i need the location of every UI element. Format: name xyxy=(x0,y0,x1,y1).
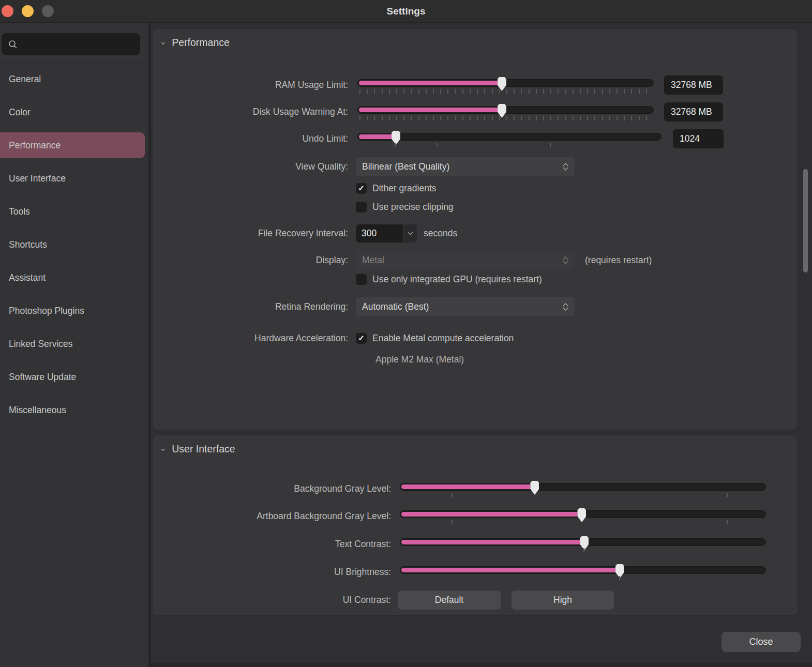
display-dropdown: Metal xyxy=(356,251,575,270)
background-gray-row: Background Gray Level: xyxy=(153,479,798,498)
close-button[interactable]: Close xyxy=(721,632,801,652)
background-gray-thumb[interactable] xyxy=(530,481,539,495)
sidebar-item-linked-services[interactable]: Linked Services xyxy=(0,331,145,357)
ram-usage-label: RAM Usage Limit: xyxy=(153,75,348,95)
undo-limit-label: Undo Limit: xyxy=(153,129,348,148)
file-recovery-label: File Recovery Interval: xyxy=(153,224,348,243)
undo-limit-value[interactable]: 1024 xyxy=(673,129,724,148)
sidebar-item-general[interactable]: General xyxy=(0,66,145,92)
file-recovery-value: 300 xyxy=(356,224,403,242)
undo-tick xyxy=(437,143,438,147)
text-contrast-row: Text Contrast: xyxy=(153,535,798,554)
content-area: ⌄ Performance RAM Usage Limit: 32768 MB … xyxy=(151,23,812,667)
background-gray-slider[interactable] xyxy=(400,479,766,498)
sidebar-item-photoshop-plugins[interactable]: Photoshop Plugins xyxy=(0,298,145,324)
ui-brightness-label: UI Brightness: xyxy=(153,563,391,582)
display-label: Display: xyxy=(153,251,348,270)
disk-usage-row: Disk Usage Warning At: 32768 MB xyxy=(153,102,798,122)
ram-usage-slider[interactable] xyxy=(357,75,654,95)
retina-rendering-label: Retina Rendering: xyxy=(153,297,348,316)
slider-tick xyxy=(452,520,453,524)
integrated-gpu-label: Use only integrated GPU (requires restar… xyxy=(372,274,542,285)
ram-usage-row: RAM Usage Limit: 32768 MB xyxy=(153,75,798,95)
sidebar-item-shortcuts[interactable]: Shortcuts xyxy=(0,232,145,257)
sidebar-item-performance[interactable]: Performance xyxy=(0,132,145,158)
slider-tick xyxy=(727,493,728,497)
view-quality-row: View Quality: Bilinear (Best Quality) xyxy=(153,157,798,176)
dither-gradients-row: ✓ Dither gradients xyxy=(356,182,437,194)
view-quality-value: Bilinear (Best Quality) xyxy=(362,161,563,172)
chevron-down-icon: ⌄ xyxy=(159,444,167,453)
display-row: Display: Metal (requires restart) xyxy=(153,251,798,270)
seconds-suffix: seconds xyxy=(424,224,457,243)
artboard-gray-label: Artboard Background Gray Level: xyxy=(153,507,391,526)
search-input[interactable] xyxy=(2,33,140,55)
metal-compute-checkbox[interactable]: ✓ xyxy=(356,333,367,344)
ram-usage-value[interactable]: 32768 MB xyxy=(664,75,723,95)
user-interface-section-header[interactable]: ⌄ User Interface xyxy=(159,443,235,455)
chevron-down-icon: ⌄ xyxy=(159,37,167,47)
display-value: Metal xyxy=(362,255,563,266)
integrated-gpu-row: ✓ Use only integrated GPU (requires rest… xyxy=(356,273,542,285)
display-restart-note: (requires restart) xyxy=(585,251,652,270)
undo-tick xyxy=(550,143,551,147)
dither-gradients-checkbox[interactable]: ✓ xyxy=(356,183,367,194)
disk-usage-value[interactable]: 32768 MB xyxy=(664,102,723,122)
sidebar: General Color Performance User Interface… xyxy=(0,23,148,667)
ui-brightness-row: UI Brightness: xyxy=(153,563,798,582)
sidebar-item-tools[interactable]: Tools xyxy=(0,199,145,224)
ui-brightness-slider[interactable] xyxy=(400,563,766,582)
undo-tick xyxy=(395,143,396,147)
integrated-gpu-checkbox[interactable]: ✓ xyxy=(356,274,367,285)
window-title: Settings xyxy=(0,0,812,23)
stepper-icon xyxy=(563,303,568,311)
slider-tick xyxy=(583,548,584,552)
view-quality-label: View Quality: xyxy=(153,157,348,176)
view-quality-dropdown[interactable]: Bilinear (Best Quality) xyxy=(356,157,575,176)
retina-rendering-dropdown[interactable]: Automatic (Best) xyxy=(356,297,575,316)
file-recovery-input[interactable]: 300 xyxy=(356,224,417,242)
ui-contrast-default-button[interactable]: Default xyxy=(398,590,501,610)
undo-slider-thumb[interactable] xyxy=(392,131,400,145)
metal-compute-label: Enable Metal compute acceleration xyxy=(372,333,514,344)
sidebar-item-assistant[interactable]: Assistant xyxy=(0,265,145,291)
text-contrast-slider[interactable] xyxy=(400,535,766,554)
ui-contrast-row: UI Contrast: Default High xyxy=(153,590,798,610)
sidebar-item-user-interface[interactable]: User Interface xyxy=(0,165,145,191)
ui-contrast-high-button[interactable]: High xyxy=(512,590,614,610)
background-gray-label: Background Gray Level: xyxy=(153,479,391,498)
stepper-icon xyxy=(563,163,568,171)
artboard-gray-row: Artboard Background Gray Level: xyxy=(153,507,798,526)
undo-limit-row: Undo Limit: 1024 xyxy=(153,129,798,148)
gpu-device-name: Apple M2 Max (Metal) xyxy=(375,354,464,365)
disk-usage-slider[interactable] xyxy=(357,102,654,122)
hardware-acceleration-row: Hardware Acceleration: ✓ Enable Metal co… xyxy=(153,332,798,344)
scrollbar[interactable] xyxy=(803,169,808,272)
text-contrast-label: Text Contrast: xyxy=(153,535,391,554)
stepper-icon xyxy=(563,256,568,264)
sidebar-divider xyxy=(0,62,148,63)
retina-rendering-row: Retina Rendering: Automatic (Best) xyxy=(153,297,798,316)
user-interface-panel: ⌄ User Interface Background Gray Level: … xyxy=(152,435,798,616)
disk-slider-ticks xyxy=(359,116,652,120)
sidebar-item-color[interactable]: Color xyxy=(0,99,145,125)
sidebar-item-software-update[interactable]: Software Update xyxy=(0,364,145,390)
combo-arrow-icon[interactable] xyxy=(403,224,417,242)
sidebar-item-miscellaneous[interactable]: Miscellaneous xyxy=(0,397,145,423)
undo-limit-slider[interactable] xyxy=(357,129,661,148)
disk-usage-label: Disk Usage Warning At: xyxy=(153,102,348,122)
precise-clipping-checkbox[interactable]: ✓ xyxy=(356,202,367,213)
title-bar: Settings xyxy=(0,0,812,23)
retina-rendering-value: Automatic (Best) xyxy=(362,301,563,312)
performance-section-header[interactable]: ⌄ Performance xyxy=(159,37,230,49)
artboard-gray-slider[interactable] xyxy=(400,507,766,526)
metal-compute-row: ✓ Enable Metal compute acceleration xyxy=(356,332,514,344)
artboard-gray-thumb[interactable] xyxy=(577,508,586,522)
performance-section-title: Performance xyxy=(172,37,230,49)
ram-slider-ticks xyxy=(359,89,652,94)
hardware-acceleration-label: Hardware Acceleration: xyxy=(153,332,348,344)
user-interface-section-title: User Interface xyxy=(172,443,235,455)
bottom-divider xyxy=(151,663,812,667)
precise-clipping-label: Use precise clipping xyxy=(372,202,454,213)
precise-clipping-row: ✓ Use precise clipping xyxy=(356,201,454,213)
